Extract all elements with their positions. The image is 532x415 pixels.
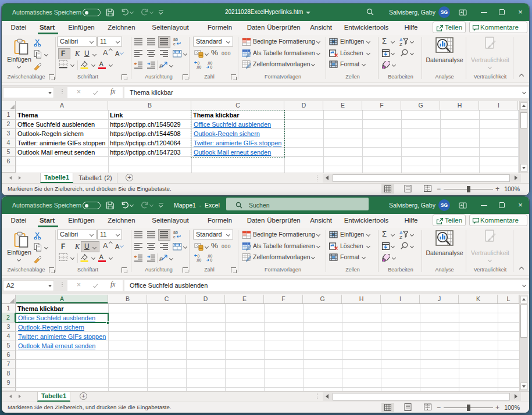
svg-text:0: 0 <box>210 65 213 69</box>
svg-text:A: A <box>99 60 104 67</box>
svg-text:.00: .00 <box>196 258 201 262</box>
svg-text:.00: .00 <box>207 254 212 258</box>
svg-text:0: 0 <box>198 254 200 258</box>
svg-text:Z: Z <box>399 235 402 239</box>
svg-text:.00: .00 <box>196 65 201 69</box>
svg-text:A: A <box>99 253 104 260</box>
svg-text:Z: Z <box>399 42 402 46</box>
svg-text:Σ: Σ <box>382 37 387 45</box>
svg-text:Σ: Σ <box>382 230 387 238</box>
svg-text:c: c <box>173 235 176 239</box>
svg-text:0: 0 <box>210 258 213 262</box>
svg-text:0: 0 <box>198 61 200 65</box>
svg-text:ab: ab <box>173 230 178 234</box>
svg-text:.00: .00 <box>207 61 212 65</box>
svg-text:ab: ab <box>173 37 178 41</box>
svg-text:c: c <box>173 42 176 46</box>
